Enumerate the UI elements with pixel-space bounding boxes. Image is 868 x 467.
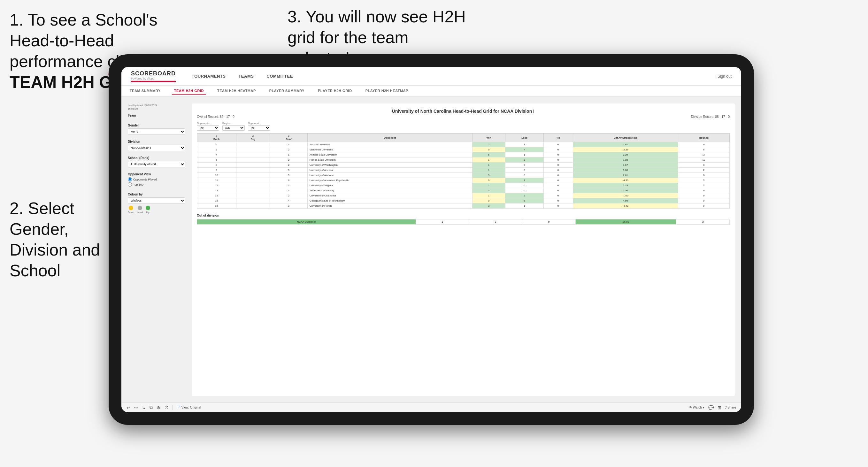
opponents-label: Opponents: [197, 122, 219, 125]
cell-loss: 0 [505, 183, 544, 188]
cell-rounds: 9 [678, 188, 730, 193]
share-button[interactable]: ⤴ Share [725, 406, 736, 409]
cell-loss: 4 [505, 147, 544, 152]
view-original[interactable]: 📄 View: Original [177, 406, 201, 409]
grid-records: Overall Record: 89 - 17 - 0 Division Rec… [197, 115, 730, 119]
table-header-row: #Rank #Reg #Conf Opponent Win Loss Tie D… [197, 133, 730, 142]
cell-rounds: 8 [678, 173, 730, 178]
cell-win: 3 [472, 188, 505, 193]
cell-loss: 5 [505, 198, 544, 204]
cell-reg [236, 193, 270, 198]
cell-tie: 0 [544, 152, 573, 157]
nav-tournaments[interactable]: TOURNAMENTS [192, 72, 225, 80]
region-select[interactable]: (All) [222, 125, 245, 131]
radio-opponents-played[interactable]: Opponents Played [128, 177, 185, 181]
table-row: 11 6 University of Arkansas, Fayettevill… [197, 178, 730, 183]
cell-rank: 12 [197, 183, 237, 188]
school-label: School (Rank) [128, 156, 185, 160]
tablet: SCOREBOARD Powered by clippd TOURNAMENTS… [108, 54, 754, 425]
col-rounds: Rounds [678, 133, 730, 142]
col-diff: Diff Av Strokes/Rnd [573, 133, 678, 142]
cell-loss: 0 [505, 173, 544, 178]
grid-title: University of North Carolina Head-to-Hea… [197, 108, 730, 114]
logo-bar [131, 81, 176, 82]
cell-opponent: University of Alabama [307, 173, 472, 178]
out-div-table: NCAA Division II 1 0 0 26.00 3 [197, 219, 730, 224]
cell-rounds: 9 [678, 198, 730, 204]
last-updated: Last Updated: 27/03/2024 16:55:38 [128, 103, 185, 111]
undo-button[interactable]: ↩ [126, 405, 130, 410]
up-label: Up [146, 211, 149, 214]
opponent-view-section: Opponent View Opponents Played Top 100 [128, 173, 185, 187]
colour-select[interactable]: Win/loss [128, 197, 185, 204]
cell-win: 3 [472, 204, 505, 209]
cell-loss: 1 [505, 178, 544, 183]
tablet-screen: SCOREBOARD Powered by clippd TOURNAMENTS… [121, 67, 741, 412]
cell-rounds: 3 [678, 178, 730, 183]
cell-tie: 0 [544, 142, 573, 147]
cell-opponent: Georgia Institute of Technology [307, 198, 472, 204]
opponent-label: Opponent [248, 122, 270, 125]
cell-win: 2 [472, 142, 505, 147]
opponents-select[interactable]: (All) [197, 125, 219, 131]
division-select[interactable]: NCAA Division I [128, 145, 185, 151]
cell-opponent: Texas Tech University [307, 188, 472, 193]
cell-rank: 9 [197, 168, 237, 173]
cell-rank: 16 [197, 204, 237, 209]
sub-nav-team-summary[interactable]: TEAM SUMMARY [128, 88, 163, 95]
cell-reg [236, 188, 270, 193]
cell-conf: 3 [270, 183, 307, 188]
col-reg: #Reg [236, 133, 270, 142]
cell-diff: 4.50 [573, 198, 678, 204]
cell-rounds: 3 [678, 183, 730, 188]
cell-tie: 0 [544, 173, 573, 178]
redo-button[interactable]: ↪ [134, 405, 138, 410]
forward-button[interactable]: ↳ [142, 405, 146, 410]
cell-rank: 11 [197, 178, 237, 183]
cell-loss: 0 [505, 188, 544, 193]
cell-conf: 2 [270, 147, 307, 152]
cell-tie: 0 [544, 188, 573, 193]
school-select[interactable]: 1. University of Nort... [128, 161, 185, 167]
col-tie: Tie [544, 133, 573, 142]
cell-diff: -4.33 [573, 178, 678, 183]
clock-button[interactable]: ⏱ [164, 405, 169, 410]
cell-win: 0 [472, 198, 505, 204]
cell-loss: 1 [505, 152, 544, 157]
team-label: Team [128, 114, 185, 117]
cell-diff: 3.67 [573, 163, 678, 168]
left-panel: Last Updated: 27/03/2024 16:55:38 Team G… [128, 103, 185, 396]
cell-reg [236, 183, 270, 188]
opponent-filter: Opponent (All) [248, 122, 270, 131]
right-panel: University of North Carolina Head-to-Hea… [192, 103, 735, 396]
table-row: 14 2 University of Oklahoma 1 2 0 -1.00 … [197, 193, 730, 198]
cell-conf: 2 [270, 163, 307, 168]
nav-teams[interactable]: TEAMS [238, 72, 254, 80]
cell-win: 3 [472, 173, 505, 178]
sub-nav-player-summary[interactable]: PLAYER SUMMARY [268, 88, 306, 95]
radio-top100[interactable]: Top 100 [128, 182, 185, 187]
cell-rank: 6 [197, 157, 237, 163]
gender-select[interactable]: Men's [128, 128, 185, 135]
sub-nav-team-h2h-heatmap[interactable]: TEAM H2H HEATMAP [215, 88, 258, 95]
grid-button[interactable]: ⊞ [717, 405, 721, 410]
comment-button[interactable]: 💬 [708, 405, 714, 410]
sub-nav-player-h2h-heatmap[interactable]: PLAYER H2H HEATMAP [364, 88, 410, 95]
out-div-loss: 0 [469, 219, 522, 224]
paste-button[interactable]: ⊕ [157, 405, 160, 410]
cell-rounds: 17 [678, 152, 730, 157]
copy-button[interactable]: ⧉ [150, 405, 153, 410]
sub-nav-team-h2h-grid[interactable]: TEAM H2H GRID [172, 88, 206, 95]
sign-out-link[interactable]: | Sign out [716, 74, 732, 79]
cell-conf: 4 [270, 198, 307, 204]
watch-button[interactable]: 👁 Watch ▾ [689, 406, 705, 409]
cell-diff: -4.42 [573, 204, 678, 209]
cell-opponent: University of Oklahoma [307, 193, 472, 198]
cell-conf: 1 [270, 142, 307, 147]
nav-committee[interactable]: COMMITTEE [267, 72, 293, 80]
cell-conf: 3 [270, 204, 307, 209]
cell-win: 5 [472, 152, 505, 157]
opponent-select[interactable]: (All) [248, 125, 270, 131]
table-row: 8 2 University of Washington 1 0 0 3.67 … [197, 163, 730, 168]
sub-nav-player-h2h-grid[interactable]: PLAYER H2H GRID [316, 88, 354, 95]
